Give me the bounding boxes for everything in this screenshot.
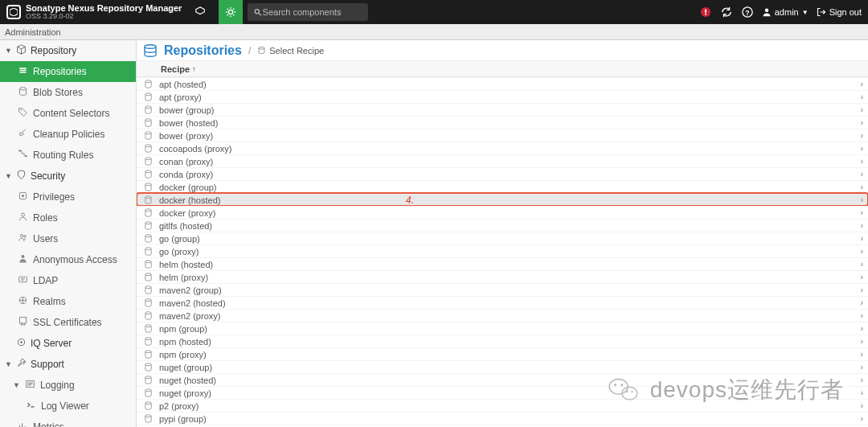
chevron-right-icon: › xyxy=(861,285,863,294)
recipe-name: conda (proxy) xyxy=(159,170,213,179)
sidebar-item-users[interactable]: Users xyxy=(0,228,136,249)
chevron-right-icon: › xyxy=(861,273,863,281)
sidebar-group-repository[interactable]: ▼Repository xyxy=(0,40,136,61)
sidebar-group-support[interactable]: ▼Support xyxy=(0,354,136,375)
item-label: LDAP xyxy=(33,275,58,286)
sign-out-button[interactable]: Sign out xyxy=(817,7,862,17)
sidebar-item-metrics[interactable]: Metrics xyxy=(0,417,136,427)
recipe-row-docker-proxy[interactable]: docker (proxy)› xyxy=(137,206,868,219)
sidebar-item-log-viewer[interactable]: Log Viewer xyxy=(0,396,136,417)
item-label: Repositories xyxy=(33,66,87,77)
chevron-right-icon: › xyxy=(861,298,863,307)
repo-icon xyxy=(143,362,154,372)
recipe-row-conan-proxy[interactable]: conan (proxy)› xyxy=(137,154,868,167)
recipe-row-docker-group[interactable]: docker (group)› xyxy=(137,180,868,193)
sidebar-item-ldap[interactable]: LDAP xyxy=(0,270,136,291)
chevron-right-icon: › xyxy=(861,247,863,256)
sidebar-item-blob-stores[interactable]: Blob Stores xyxy=(0,82,136,103)
item-label: Roles xyxy=(33,212,58,224)
top-bar: Sonatype Nexus Repository Manager OSS 3.… xyxy=(0,0,868,24)
refresh-icon[interactable] xyxy=(720,6,733,18)
svg-point-48 xyxy=(145,338,151,340)
breadcrumb[interactable]: Select Recipe xyxy=(257,46,324,55)
user-menu[interactable]: admin ▼ xyxy=(762,7,809,17)
sidebar-item-content-selectors[interactable]: Content Selectors xyxy=(0,103,136,124)
browse-button[interactable] xyxy=(188,0,212,24)
recipe-row-conda-proxy[interactable]: conda (proxy)› xyxy=(137,167,868,180)
recipe-row-bower-group[interactable]: bower (group)› xyxy=(137,103,868,116)
recipe-row-bower-hosted[interactable]: bower (hosted)› xyxy=(137,116,868,129)
sidebar-item-realms[interactable]: Realms xyxy=(0,291,136,312)
svg-point-53 xyxy=(145,402,151,404)
svg-point-42 xyxy=(145,261,151,263)
repo-icon xyxy=(143,400,154,411)
sidebar-item-logging[interactable]: ▼Logging xyxy=(0,375,136,396)
recipe-row-maven2-group[interactable]: maven2 (group)› xyxy=(137,283,868,296)
recipe-row-npm-hosted[interactable]: npm (hosted)› xyxy=(137,335,868,347)
sidebar-item-roles[interactable]: Roles xyxy=(0,207,136,228)
recipe-row-nuget-proxy[interactable]: nuget (proxy)› xyxy=(137,386,868,399)
svg-point-30 xyxy=(145,106,151,109)
svg-point-26 xyxy=(145,44,156,48)
tag-icon xyxy=(18,107,28,120)
recipe-row-helm-proxy[interactable]: helm (proxy)› xyxy=(137,270,868,283)
svg-point-37 xyxy=(145,196,151,199)
sign-out-label: Sign out xyxy=(829,7,862,17)
recipe-row-docker-hosted[interactable]: docker (hosted)4.› xyxy=(137,193,868,206)
chevron-right-icon: › xyxy=(861,324,863,333)
sidebar-group-security[interactable]: ▼Security xyxy=(0,166,136,187)
svg-point-40 xyxy=(145,235,151,237)
recipe-row-cocoapods-proxy[interactable]: cocoapods (proxy)› xyxy=(137,142,868,154)
admin-gear-button[interactable] xyxy=(219,0,243,24)
sidebar-item-routing-rules[interactable]: Routing Rules xyxy=(0,145,136,166)
person-icon xyxy=(762,7,772,17)
item-label: Privileges xyxy=(33,191,75,203)
recipe-name: go (proxy) xyxy=(159,247,199,257)
alert-icon[interactable] xyxy=(699,6,712,18)
svg-point-50 xyxy=(145,363,151,366)
sidebar-item-cleanup-policies[interactable]: Cleanup Policies xyxy=(0,124,136,145)
recipe-row-apt-hosted[interactable]: apt (hosted)› xyxy=(137,77,868,90)
svg-point-2 xyxy=(256,9,260,13)
repo-icon xyxy=(143,272,154,282)
sidebar-item-anonymous-access[interactable]: Anonymous Access xyxy=(0,249,136,270)
svg-point-32 xyxy=(145,132,151,134)
recipe-row-nuget-hosted[interactable]: nuget (hosted)› xyxy=(137,373,868,386)
sidebar-item-repositories[interactable]: Repositories xyxy=(0,61,136,82)
item-label: Logging xyxy=(40,380,75,391)
recipe-name: npm (proxy) xyxy=(159,350,207,359)
recipe-row-gitlfs-hosted[interactable]: gitlfs (hosted)› xyxy=(137,219,868,232)
help-icon[interactable]: ? xyxy=(741,6,754,18)
sidebar-item-privileges[interactable]: Privileges xyxy=(0,187,136,207)
chevron-right-icon: › xyxy=(861,144,863,153)
recipe-row-apt-proxy[interactable]: apt (proxy)› xyxy=(137,90,868,103)
search-input[interactable] xyxy=(263,7,362,17)
terminal-icon xyxy=(26,400,36,413)
chevron-right-icon: › xyxy=(861,234,863,243)
recipe-row-nuget-group[interactable]: nuget (group)› xyxy=(137,360,868,373)
recipe-name: docker (proxy) xyxy=(159,208,215,218)
recipe-name: bower (proxy) xyxy=(159,131,213,141)
chevron-right-icon: › xyxy=(861,311,863,320)
recipe-row-go-group[interactable]: go (group)› xyxy=(137,232,868,244)
recipe-row-p2-proxy[interactable]: p2 (proxy)› xyxy=(137,399,868,412)
recipe-row-pypi-group[interactable]: pypi (group)› xyxy=(137,412,868,425)
recipe-row-helm-hosted[interactable]: helm (hosted)› xyxy=(137,257,868,270)
repo-icon xyxy=(143,413,154,424)
recipe-row-maven2-proxy[interactable]: maven2 (proxy)› xyxy=(137,309,868,322)
shield-icon xyxy=(16,170,27,183)
svg-point-51 xyxy=(145,376,151,379)
svg-text:?: ? xyxy=(745,9,749,17)
cert-icon xyxy=(18,316,28,329)
search-wrap[interactable] xyxy=(248,3,368,21)
recipe-row-npm-proxy[interactable]: npm (proxy)› xyxy=(137,347,868,360)
recipe-row-bower-proxy[interactable]: bower (proxy)› xyxy=(137,129,868,142)
sidebar-item-ssl-certificates[interactable]: SSL Certificates xyxy=(0,312,136,333)
sidebar-group-iq-server[interactable]: ▼IQ Server xyxy=(0,333,136,354)
repo-icon xyxy=(143,182,154,192)
recipe-row-go-proxy[interactable]: go (proxy)› xyxy=(137,244,868,257)
column-header-recipe[interactable]: Recipe ↑ xyxy=(137,61,868,77)
iq-icon xyxy=(16,337,27,350)
recipe-row-npm-group[interactable]: npm (group)› xyxy=(137,322,868,335)
recipe-row-maven2-hosted[interactable]: maven2 (hosted)› xyxy=(137,296,868,309)
